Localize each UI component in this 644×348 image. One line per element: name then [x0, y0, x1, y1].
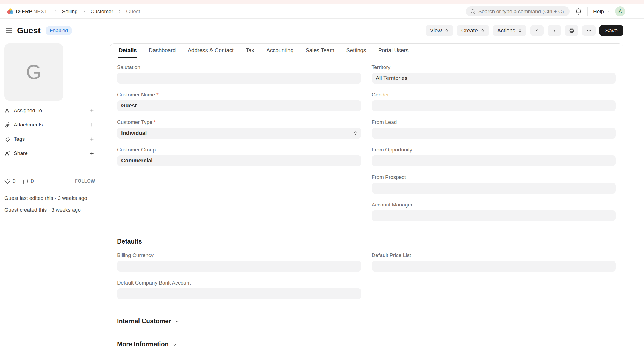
- announcement-bar: [0, 0, 644, 4]
- sidebar-item-share[interactable]: Share: [4, 149, 95, 158]
- field-label: Customer Group: [117, 147, 361, 153]
- printer-icon: [569, 28, 574, 34]
- form-tabs: Details Dashboard Address & Contact Tax …: [110, 44, 623, 58]
- tags-label: Tags: [14, 136, 25, 142]
- from-prospect-input[interactable]: [372, 183, 616, 194]
- sidebar-toggle-icon[interactable]: [6, 27, 12, 34]
- add-tag-button[interactable]: [89, 136, 95, 142]
- print-button[interactable]: [565, 25, 578, 36]
- page-title: Guest: [17, 26, 41, 35]
- tab-sales-team[interactable]: Sales Team: [305, 44, 335, 58]
- salutation-input[interactable]: [117, 73, 361, 84]
- sidebar-item-tags[interactable]: Tags: [4, 135, 95, 143]
- billing-currency-input[interactable]: [117, 261, 361, 272]
- user-plus-icon: [4, 108, 10, 114]
- gender-input[interactable]: [372, 100, 616, 111]
- required-marker: *: [154, 119, 156, 125]
- global-search[interactable]: [466, 6, 570, 16]
- field-customer-name: Customer Name* Guest: [117, 92, 361, 111]
- field-label: Billing Currency: [117, 252, 361, 258]
- next-document-button[interactable]: [548, 25, 561, 36]
- customer-image-placeholder[interactable]: G: [4, 43, 63, 101]
- chevron-left-icon: [535, 28, 539, 33]
- actions-button[interactable]: Actions: [493, 25, 527, 36]
- share-user-icon: [4, 151, 10, 156]
- help-menu[interactable]: Help: [593, 9, 610, 15]
- breadcrumb-selling[interactable]: Selling: [60, 7, 80, 16]
- sidebar-item-assigned-to[interactable]: Assigned To: [4, 106, 95, 115]
- territory-input[interactable]: All Territories: [372, 73, 616, 84]
- add-share-button[interactable]: [89, 150, 95, 157]
- field-label: Customer Name*: [117, 92, 361, 98]
- add-attachment-button[interactable]: [89, 122, 95, 128]
- tab-address-contact[interactable]: Address & Contact: [187, 44, 234, 58]
- tab-settings[interactable]: Settings: [346, 44, 367, 58]
- search-icon: [470, 9, 476, 14]
- breadcrumb-customer[interactable]: Customer: [88, 7, 115, 16]
- breadcrumb-separator-icon: [82, 9, 86, 13]
- comment-bubble-icon[interactable]: [23, 178, 29, 184]
- logo-icon: [7, 8, 14, 15]
- search-input[interactable]: [478, 9, 565, 15]
- more-options-button[interactable]: [582, 25, 596, 36]
- account-manager-input[interactable]: [372, 210, 616, 221]
- field-label: From Prospect: [372, 174, 616, 180]
- previous-document-button[interactable]: [530, 25, 544, 36]
- default-company-bank-account-input[interactable]: [117, 288, 361, 299]
- created-text: Guest created this · 3 weeks ago: [4, 207, 95, 213]
- customer-name-input[interactable]: Guest: [117, 100, 361, 111]
- app-logo[interactable]: D-ERPNEXT: [7, 8, 48, 15]
- field-from-prospect: From Prospect: [372, 174, 616, 194]
- heart-icon[interactable]: [4, 178, 10, 184]
- sidebar-item-attachments[interactable]: Attachments: [4, 120, 95, 129]
- field-label: Customer Type*: [117, 119, 361, 125]
- logo-text: D-ERPNEXT: [16, 9, 48, 15]
- more-information-section-toggle[interactable]: More Information: [110, 333, 623, 348]
- internal-customer-section-toggle[interactable]: Internal Customer: [110, 310, 623, 333]
- field-customer-type: Customer Type* Individual: [117, 119, 361, 139]
- follow-button[interactable]: FOLLOW: [75, 179, 95, 184]
- add-assignment-button[interactable]: [89, 107, 95, 114]
- like-count: 0: [13, 178, 16, 184]
- defaults-heading: Defaults: [117, 238, 616, 245]
- field-territory: Territory All Territories: [372, 64, 616, 84]
- breadcrumb-guest: Guest: [124, 7, 142, 16]
- default-price-list-input[interactable]: [372, 261, 616, 272]
- tab-dashboard[interactable]: Dashboard: [148, 44, 176, 58]
- save-button[interactable]: Save: [599, 25, 623, 36]
- field-label: Default Company Bank Account: [117, 280, 361, 286]
- chevron-right-icon: [552, 28, 557, 33]
- last-edited-text: Guest last edited this · 3 weeks ago: [4, 195, 95, 201]
- create-button[interactable]: Create: [457, 25, 489, 36]
- document-sidebar: G Assigned To Attachments: [4, 43, 95, 348]
- view-button[interactable]: View: [426, 25, 453, 36]
- field-default-company-bank-account: Default Company Bank Account: [117, 280, 361, 299]
- from-opportunity-input[interactable]: [372, 155, 616, 166]
- field-account-manager: Account Manager: [372, 202, 616, 221]
- tab-details[interactable]: Details: [118, 44, 137, 58]
- comment-count: 0: [31, 178, 34, 184]
- tab-accounting[interactable]: Accounting: [266, 44, 294, 58]
- tag-icon: [4, 136, 10, 142]
- customer-type-select[interactable]: Individual: [117, 128, 361, 139]
- from-lead-input[interactable]: [372, 128, 616, 139]
- customer-group-input[interactable]: Commercial: [117, 155, 361, 166]
- field-from-opportunity: From Opportunity: [372, 147, 616, 166]
- status-badge: Enabled: [46, 26, 72, 35]
- user-avatar[interactable]: A: [615, 6, 625, 16]
- view-label: View: [430, 27, 442, 34]
- notifications-bell-icon[interactable]: [575, 8, 582, 15]
- tab-tax[interactable]: Tax: [245, 44, 255, 58]
- field-label: Territory: [372, 64, 616, 70]
- attachments-label: Attachments: [14, 122, 43, 128]
- paperclip-icon: [4, 122, 10, 128]
- sidebar-divider: [4, 188, 95, 188]
- breadcrumb-separator-icon: [118, 9, 122, 13]
- chevron-down-icon: [175, 319, 180, 324]
- page-header: Guest Enabled View Create Actions Save: [0, 25, 644, 36]
- form-card: Details Dashboard Address & Contact Tax …: [110, 43, 623, 348]
- defaults-section: Defaults Billing Currency Default Compan…: [110, 231, 623, 310]
- field-default-price-list: Default Price List: [372, 252, 616, 272]
- select-caret-icon: [354, 131, 357, 135]
- tab-portal-users[interactable]: Portal Users: [378, 44, 409, 58]
